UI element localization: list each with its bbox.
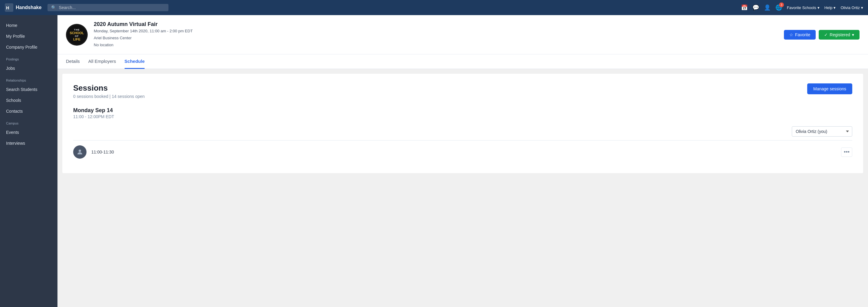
fair-location1: Ariel Business Center bbox=[94, 35, 778, 41]
manage-sessions-button[interactable]: Manage sessions bbox=[807, 83, 852, 94]
favorite-button[interactable]: ☆ Favorite bbox=[784, 30, 816, 40]
calendar-icon: 📅 bbox=[741, 4, 748, 11]
fair-header: THE SCHOOL OF LIFE 2020 Autumn Virtual F… bbox=[58, 15, 868, 55]
sidebar-item-events[interactable]: Events bbox=[0, 127, 58, 138]
fair-title: 2020 Autumn Virtual Fair bbox=[94, 21, 778, 28]
sidebar-item-interviews[interactable]: Interviews bbox=[0, 138, 58, 149]
fair-logo-bot: LIFE bbox=[73, 37, 81, 41]
sidebar-item-my-profile[interactable]: My Profile bbox=[0, 31, 58, 42]
sessions-header: Sessions 0 sessions booked | 14 sessions… bbox=[73, 83, 852, 99]
schedule-content: Sessions 0 sessions booked | 14 sessions… bbox=[62, 74, 863, 173]
sidebar-section-relationships: Relationships bbox=[0, 74, 58, 84]
sidebar-item-schools[interactable]: Schools bbox=[0, 95, 58, 106]
search-icon: 🔍 bbox=[51, 5, 56, 10]
sessions-subtitle: 0 sessions booked | 14 sessions open bbox=[73, 94, 145, 99]
main-content: THE SCHOOL OF LIFE 2020 Autumn Virtual F… bbox=[58, 15, 868, 307]
notification-badge: 3 bbox=[779, 2, 784, 7]
fair-logo-of: OF bbox=[75, 35, 79, 37]
handshake-logo-icon: H bbox=[5, 3, 13, 12]
calendar-icon-btn[interactable]: 📅 bbox=[741, 4, 748, 11]
top-navigation: H Handshake 🔍 📅 💬 👤 🌐 3 Favorite Schools… bbox=[0, 0, 868, 15]
session-more-btn[interactable]: ••• bbox=[841, 147, 852, 157]
fair-info: 2020 Autumn Virtual Fair Monday, Septemb… bbox=[94, 21, 778, 48]
logo-text: Handshake bbox=[16, 5, 41, 10]
fair-logo: THE SCHOOL OF LIFE bbox=[66, 24, 88, 46]
sidebar-item-company-profile[interactable]: Company Profile bbox=[0, 42, 58, 53]
sidebar-section-campus: Campus bbox=[0, 116, 58, 127]
time-range-label: 11:00 - 12:00PM EDT bbox=[73, 114, 852, 119]
chevron-down-icon: ▾ bbox=[834, 5, 836, 10]
sidebar: Home My Profile Company Profile Postings… bbox=[0, 15, 58, 307]
tabs-bar: Details All Employers Schedule bbox=[58, 55, 868, 69]
messages-icon: 💬 bbox=[752, 4, 759, 11]
checkmark-icon: ✓ bbox=[824, 32, 828, 37]
session-item: 11:00-11:30 ••• bbox=[73, 140, 852, 164]
sidebar-section-postings: Postings bbox=[0, 53, 58, 63]
fair-location2: No location bbox=[94, 42, 778, 48]
registered-button[interactable]: ✓ Registered ▾ bbox=[819, 30, 860, 40]
fair-date: Monday, September 14th 2020, 11:00 am - … bbox=[94, 28, 778, 34]
sessions-title: Sessions bbox=[73, 83, 145, 93]
svg-point-2 bbox=[79, 149, 81, 152]
sidebar-item-contacts[interactable]: Contacts bbox=[0, 106, 58, 116]
session-time: 11:00-11:30 bbox=[91, 149, 114, 155]
assignee-row: Olivia Ortiz (you) bbox=[73, 124, 852, 137]
tab-all-employers[interactable]: All Employers bbox=[88, 55, 116, 69]
tab-schedule[interactable]: Schedule bbox=[125, 55, 145, 69]
session-avatar bbox=[73, 145, 87, 159]
messages-icon-btn[interactable]: 💬 bbox=[752, 4, 759, 11]
favorite-schools-btn[interactable]: Favorite Schools ▾ bbox=[787, 5, 819, 10]
sidebar-item-jobs[interactable]: Jobs bbox=[0, 63, 58, 74]
notifications-icon-btn[interactable]: 🌐 3 bbox=[775, 4, 782, 11]
logo[interactable]: H Handshake bbox=[5, 3, 41, 12]
fair-actions: ☆ Favorite ✓ Registered ▾ bbox=[784, 30, 860, 40]
profile-icon-btn[interactable]: 👤 bbox=[764, 4, 771, 11]
fair-logo-mid: SCHOOL bbox=[69, 31, 84, 35]
dropdown-arrow-icon: ▾ bbox=[852, 32, 854, 37]
assignee-select[interactable]: Olivia Ortiz (you) bbox=[792, 126, 852, 137]
tab-details[interactable]: Details bbox=[66, 55, 80, 69]
chevron-down-icon: ▾ bbox=[861, 5, 863, 10]
search-input[interactable] bbox=[59, 5, 165, 10]
user-menu-btn[interactable]: Olivia Ortiz ▾ bbox=[840, 5, 863, 10]
sidebar-item-search-students[interactable]: Search Students bbox=[0, 84, 58, 95]
date-section: Monday Sep 14 11:00 - 12:00PM EDT bbox=[73, 107, 852, 119]
svg-text:H: H bbox=[6, 5, 9, 10]
date-label: Monday Sep 14 bbox=[73, 107, 852, 114]
chevron-down-icon: ▾ bbox=[817, 5, 819, 10]
search-bar[interactable]: 🔍 bbox=[48, 4, 168, 11]
star-icon: ☆ bbox=[789, 32, 793, 37]
avatar-icon bbox=[76, 148, 84, 156]
help-btn[interactable]: Help ▾ bbox=[825, 5, 836, 10]
sidebar-item-home[interactable]: Home bbox=[0, 20, 58, 31]
sessions-title-block: Sessions 0 sessions booked | 14 sessions… bbox=[73, 83, 145, 99]
user-icon: 👤 bbox=[764, 4, 771, 11]
nav-right-icons: 📅 💬 👤 🌐 3 Favorite Schools ▾ Help ▾ Oliv… bbox=[741, 4, 863, 11]
fair-logo-top: THE bbox=[74, 28, 80, 31]
